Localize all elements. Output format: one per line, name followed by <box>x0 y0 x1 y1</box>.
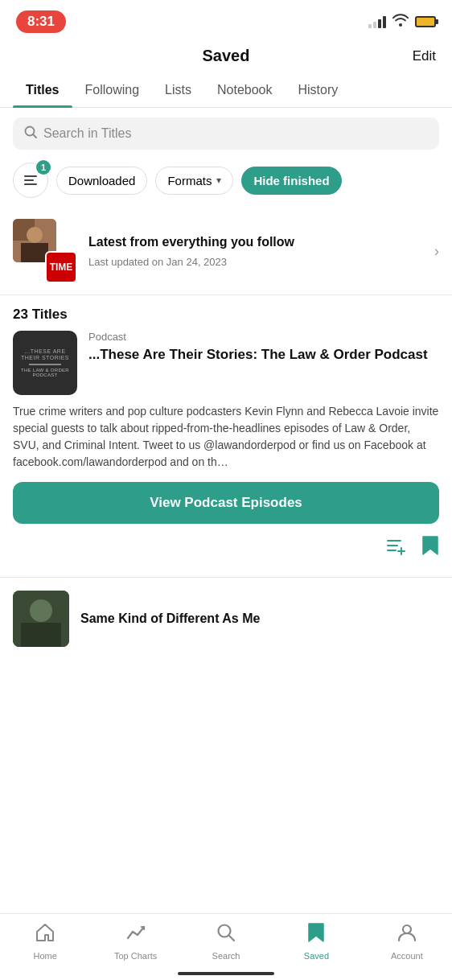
svg-point-19 <box>403 925 411 933</box>
downloaded-filter-button[interactable]: Downloaded <box>56 167 147 195</box>
signal-icon <box>368 15 386 28</box>
latest-date: Last updated on Jan 24, 2023 <box>88 256 423 268</box>
podcast-actions <box>13 532 439 564</box>
search-bar[interactable]: Search in Titles <box>13 117 439 150</box>
nav-home[interactable]: Home <box>0 922 90 961</box>
filter-badge: 1 <box>36 160 51 175</box>
status-bar: 8:31 <box>0 0 452 40</box>
latest-title: Latest from everything you follow <box>88 234 423 251</box>
latest-card[interactable]: TIME Latest from everything you follow L… <box>0 208 452 295</box>
nav-home-label: Home <box>34 951 57 961</box>
search-nav-icon <box>216 922 236 948</box>
latest-images: TIME <box>13 219 77 283</box>
podcast-top: ...THESE ARETHEIR STORIES THE LAW & ORDE… <box>13 331 439 395</box>
next-card[interactable]: Same Kind of Different As Me <box>0 578 452 660</box>
filter-lines-icon <box>24 175 37 185</box>
search-placeholder: Search in Titles <box>43 126 131 141</box>
next-card-title: Same Kind of Different As Me <box>80 611 260 626</box>
svg-line-1 <box>33 134 36 138</box>
chevron-down-icon: ▾ <box>216 175 221 186</box>
filter-row: 1 Downloaded Formats ▾ Hide finished <box>0 159 452 208</box>
home-icon <box>35 922 55 948</box>
nav-search-label: Search <box>212 951 240 961</box>
tab-titles[interactable]: Titles <box>13 75 72 107</box>
podcast-card: ...THESE ARETHEIR STORIES THE LAW & ORDE… <box>0 331 452 578</box>
tab-following[interactable]: Following <box>72 75 153 107</box>
edit-button[interactable]: Edit <box>413 48 436 64</box>
wifi-icon <box>392 14 409 30</box>
bottom-nav: Home Top Charts Search Saved <box>0 913 452 980</box>
filter-options-button[interactable]: 1 <box>13 163 48 198</box>
hide-finished-filter-button[interactable]: Hide finished <box>241 167 341 195</box>
bookmark-nav-icon <box>307 922 325 948</box>
latest-info: Latest from everything you follow Last u… <box>88 234 423 268</box>
status-icons <box>368 14 436 30</box>
nav-account-label: Account <box>391 951 423 961</box>
nav-search[interactable]: Search <box>181 922 271 961</box>
podcast-type: Podcast <box>88 331 439 343</box>
nav-top-charts[interactable]: Top Charts <box>90 922 180 961</box>
svg-rect-14 <box>21 623 61 647</box>
tab-bar: Titles Following Lists Notebook History <box>0 75 452 108</box>
svg-line-18 <box>229 936 234 941</box>
battery-icon <box>415 16 436 27</box>
podcast-description: True crime writers and pop culture podca… <box>13 403 439 471</box>
formats-filter-button[interactable]: Formats ▾ <box>155 167 233 195</box>
page-title: Saved <box>203 47 250 65</box>
nav-saved-label: Saved <box>304 951 329 961</box>
tab-history[interactable]: History <box>286 75 351 107</box>
svg-point-13 <box>30 599 52 622</box>
page-header: Saved Edit <box>0 40 452 75</box>
search-icon <box>24 126 37 142</box>
next-card-image <box>13 591 69 647</box>
section-count: 23 Titles <box>0 295 452 331</box>
podcast-title: ...These Are Their Stories: The Law & Or… <box>88 346 439 364</box>
status-time: 8:31 <box>16 10 66 33</box>
chevron-right-icon: › <box>434 243 439 260</box>
podcast-meta: Podcast ...These Are Their Stories: The … <box>88 331 439 395</box>
nav-account[interactable]: Account <box>362 922 452 961</box>
add-to-list-icon[interactable] <box>386 535 407 561</box>
top-charts-icon <box>125 922 146 948</box>
nav-saved[interactable]: Saved <box>271 922 361 961</box>
nav-top-charts-label: Top Charts <box>114 951 157 961</box>
tab-notebook[interactable]: Notebook <box>204 75 286 107</box>
home-indicator <box>178 972 274 975</box>
account-icon <box>397 922 417 948</box>
podcast-image: ...THESE ARETHEIR STORIES THE LAW & ORDE… <box>13 331 77 395</box>
latest-image-2: TIME <box>45 251 77 283</box>
bookmark-icon[interactable] <box>421 535 439 561</box>
tab-lists[interactable]: Lists <box>152 75 204 107</box>
view-episodes-button[interactable]: View Podcast Episodes <box>13 482 439 524</box>
